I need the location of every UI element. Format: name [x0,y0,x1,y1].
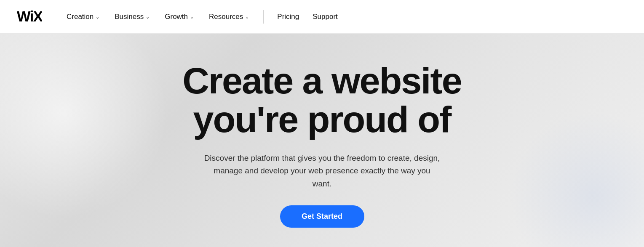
nav-label-growth: Growth [165,13,188,21]
nav-item-business[interactable]: Business ⌄ [107,9,157,24]
hero-subtitle: Discover the platform that gives you the… [204,152,440,190]
hero-title-line2: you're proud of [193,98,451,140]
nav-item-growth[interactable]: Growth ⌄ [157,9,201,24]
chevron-down-icon: ⌄ [96,14,99,20]
nav-label-creation: Creation [67,13,94,21]
nav-label-resources: Resources [209,13,243,21]
nav-label-support: Support [313,13,338,21]
nav-item-creation[interactable]: Creation ⌄ [59,9,107,24]
nav-item-pricing[interactable]: Pricing [270,9,306,24]
wix-logo[interactable]: WiX [17,9,42,24]
hero-section: Create a website you're proud of Discove… [0,34,644,247]
nav-label-business: Business [115,13,144,21]
chevron-down-icon: ⌄ [245,14,249,20]
nav-links: Creation ⌄ Business ⌄ Growth ⌄ Resources… [59,9,627,24]
main-nav: WiX Creation ⌄ Business ⌄ Growth ⌄ Resou… [0,0,644,34]
chevron-down-icon: ⌄ [190,14,194,20]
svg-text:WiX: WiX [17,9,42,24]
chevron-down-icon: ⌄ [146,14,150,20]
nav-item-support[interactable]: Support [306,9,345,24]
hero-title: Create a website you're proud of [182,61,462,139]
nav-label-pricing: Pricing [277,13,299,21]
hero-cta-button[interactable]: Get Started [280,205,364,228]
hero-title-line1: Create a website [182,60,462,101]
nav-divider [263,10,264,24]
nav-item-resources[interactable]: Resources ⌄ [201,9,257,24]
